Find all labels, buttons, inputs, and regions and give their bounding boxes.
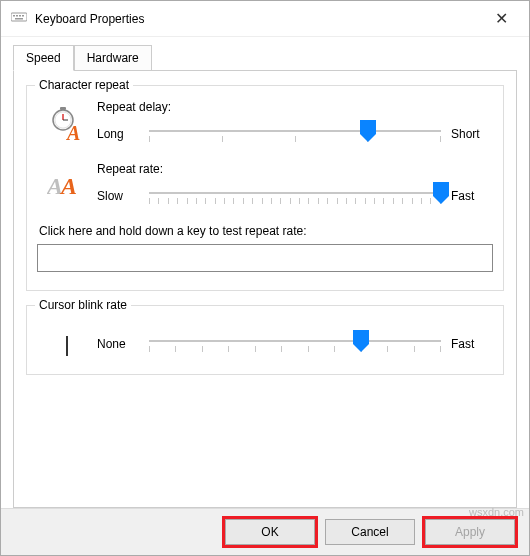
- svg-text:A: A: [59, 173, 77, 199]
- tab-speed[interactable]: Speed: [13, 45, 74, 71]
- repeat-rate-icon: A A: [37, 162, 97, 202]
- character-repeat-group: Character repeat A Repeat delay:: [26, 85, 504, 291]
- repeat-delay-label: Repeat delay:: [97, 100, 493, 114]
- tab-content: Character repeat A Repeat delay:: [13, 70, 517, 508]
- slider-min-label: None: [97, 337, 139, 351]
- keyboard-icon: [11, 11, 27, 26]
- ok-button[interactable]: OK: [225, 519, 315, 545]
- svg-rect-0: [11, 13, 27, 21]
- slider-min-label: Slow: [97, 189, 139, 203]
- svg-rect-5: [15, 18, 23, 20]
- repeat-delay-row: A Repeat delay: Long Sh: [37, 100, 493, 146]
- repeat-rate-slider[interactable]: [149, 184, 441, 208]
- repeat-rate-label: Repeat rate:: [97, 162, 493, 176]
- tabs: Speed Hardware: [13, 45, 517, 71]
- repeat-delay-icon: A: [37, 100, 97, 142]
- svg-text:A: A: [65, 122, 80, 142]
- blink-cursor-icon: [37, 320, 97, 356]
- test-repeat-label: Click here and hold down a key to test r…: [39, 224, 491, 238]
- cancel-button[interactable]: Cancel: [325, 519, 415, 545]
- svg-rect-3: [19, 15, 21, 17]
- cursor-blink-group: Cursor blink rate None: [26, 305, 504, 375]
- apply-button[interactable]: Apply: [425, 519, 515, 545]
- slider-max-label: Fast: [451, 189, 493, 203]
- repeat-delay-slider[interactable]: [149, 122, 441, 146]
- test-repeat-input[interactable]: [37, 244, 493, 272]
- svg-rect-2: [16, 15, 18, 17]
- keyboard-properties-window: Keyboard Properties ✕ Speed Hardware Cha…: [0, 0, 530, 556]
- slider-min-label: Long: [97, 127, 139, 141]
- group-label: Character repeat: [35, 78, 133, 92]
- group-label: Cursor blink rate: [35, 298, 131, 312]
- cursor-blink-row: None Fast: [37, 320, 493, 356]
- tab-hardware[interactable]: Hardware: [74, 45, 152, 71]
- slider-max-label: Short: [451, 127, 493, 141]
- window-title: Keyboard Properties: [35, 12, 481, 26]
- close-button[interactable]: ✕: [481, 9, 521, 28]
- svg-rect-8: [60, 107, 66, 110]
- dialog-buttons: OK Cancel Apply: [1, 508, 529, 555]
- svg-rect-1: [13, 15, 15, 17]
- titlebar: Keyboard Properties ✕: [1, 1, 529, 37]
- cursor-blink-slider[interactable]: [149, 332, 441, 356]
- svg-rect-4: [22, 15, 24, 17]
- slider-max-label: Fast: [451, 337, 493, 351]
- repeat-rate-row: A A Repeat rate: Slow: [37, 162, 493, 208]
